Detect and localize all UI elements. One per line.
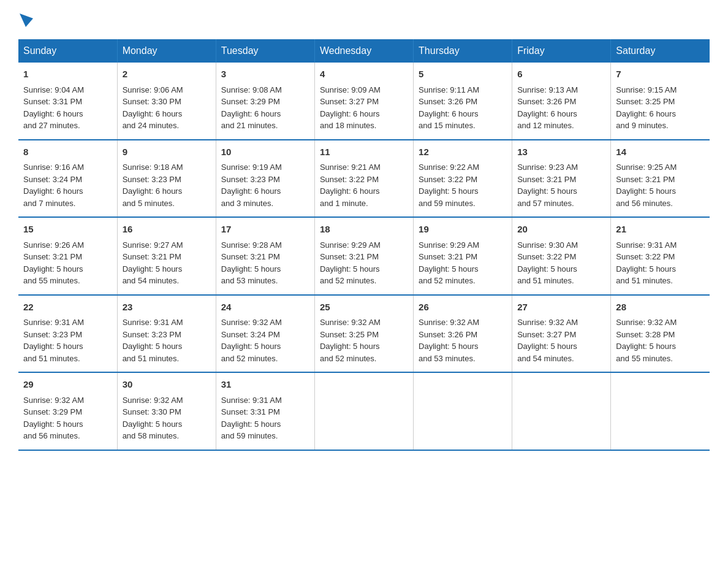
day-number: 1 <box>23 67 112 82</box>
day-number: 25 <box>320 301 408 315</box>
calendar-cell: 6Sunrise: 9:13 AM Sunset: 3:26 PM Daylig… <box>512 63 611 140</box>
day-number: 4 <box>320 67 408 82</box>
calendar-cell: 16Sunrise: 9:27 AM Sunset: 3:21 PM Dayli… <box>117 217 216 295</box>
day-number: 30 <box>123 378 211 392</box>
calendar-cell: 15Sunrise: 9:26 AM Sunset: 3:21 PM Dayli… <box>18 217 117 295</box>
day-number: 11 <box>320 145 408 159</box>
calendar-cell: 27Sunrise: 9:32 AM Sunset: 3:27 PM Dayli… <box>512 295 611 373</box>
calendar-cell: 29Sunrise: 9:32 AM Sunset: 3:29 PM Dayli… <box>18 372 117 450</box>
day-number: 24 <box>221 301 309 315</box>
day-number: 3 <box>221 67 309 82</box>
day-number: 6 <box>517 67 605 82</box>
day-number: 17 <box>221 223 309 237</box>
calendar-week-row: 1Sunrise: 9:04 AM Sunset: 3:31 PM Daylig… <box>18 63 710 140</box>
calendar-cell: 23Sunrise: 9:31 AM Sunset: 3:23 PM Dayli… <box>117 295 216 373</box>
day-info: Sunrise: 9:32 AM Sunset: 3:29 PM Dayligh… <box>23 394 112 442</box>
page-header <box>18 12 710 27</box>
svg-marker-0 <box>20 13 33 27</box>
calendar-cell: 1Sunrise: 9:04 AM Sunset: 3:31 PM Daylig… <box>18 63 117 140</box>
day-info: Sunrise: 9:32 AM Sunset: 3:24 PM Dayligh… <box>221 316 309 364</box>
day-number: 15 <box>23 223 112 237</box>
day-info: Sunrise: 9:30 AM Sunset: 3:22 PM Dayligh… <box>517 239 605 287</box>
calendar-cell: 14Sunrise: 9:25 AM Sunset: 3:21 PM Dayli… <box>611 140 710 218</box>
calendar-cell: 21Sunrise: 9:31 AM Sunset: 3:22 PM Dayli… <box>611 217 710 295</box>
day-number: 28 <box>616 301 705 315</box>
calendar-cell: 31Sunrise: 9:31 AM Sunset: 3:31 PM Dayli… <box>216 372 314 450</box>
day-info: Sunrise: 9:31 AM Sunset: 3:23 PM Dayligh… <box>123 316 211 364</box>
day-info: Sunrise: 9:06 AM Sunset: 3:30 PM Dayligh… <box>123 84 211 132</box>
day-info: Sunrise: 9:29 AM Sunset: 3:21 PM Dayligh… <box>419 239 507 287</box>
day-info: Sunrise: 9:13 AM Sunset: 3:26 PM Dayligh… <box>517 84 605 132</box>
calendar-cell <box>414 372 512 450</box>
day-number: 20 <box>517 223 605 237</box>
day-number: 2 <box>123 67 211 82</box>
calendar-cell: 8Sunrise: 9:16 AM Sunset: 3:24 PM Daylig… <box>18 140 117 218</box>
day-info: Sunrise: 9:25 AM Sunset: 3:21 PM Dayligh… <box>616 161 705 209</box>
day-info: Sunrise: 9:18 AM Sunset: 3:23 PM Dayligh… <box>123 161 211 209</box>
day-info: Sunrise: 9:23 AM Sunset: 3:21 PM Dayligh… <box>517 161 605 209</box>
day-number: 18 <box>320 223 408 237</box>
day-number: 29 <box>23 378 112 392</box>
day-number: 12 <box>419 145 507 159</box>
day-info: Sunrise: 9:19 AM Sunset: 3:23 PM Dayligh… <box>221 161 309 209</box>
day-number: 5 <box>419 67 507 82</box>
day-info: Sunrise: 9:08 AM Sunset: 3:29 PM Dayligh… <box>221 84 309 132</box>
day-number: 19 <box>419 223 507 237</box>
day-info: Sunrise: 9:27 AM Sunset: 3:21 PM Dayligh… <box>123 239 211 287</box>
day-number: 21 <box>616 223 705 237</box>
day-number: 13 <box>517 145 605 159</box>
day-number: 9 <box>123 145 211 159</box>
day-info: Sunrise: 9:29 AM Sunset: 3:21 PM Dayligh… <box>320 239 408 287</box>
header-thursday: Thursday <box>414 39 512 63</box>
calendar-cell <box>512 372 611 450</box>
header-wednesday: Wednesday <box>314 39 413 63</box>
calendar-cell: 3Sunrise: 9:08 AM Sunset: 3:29 PM Daylig… <box>216 63 314 140</box>
calendar-cell: 22Sunrise: 9:31 AM Sunset: 3:23 PM Dayli… <box>18 295 117 373</box>
calendar-week-row: 29Sunrise: 9:32 AM Sunset: 3:29 PM Dayli… <box>18 372 710 450</box>
day-number: 22 <box>23 301 112 315</box>
day-info: Sunrise: 9:32 AM Sunset: 3:26 PM Dayligh… <box>419 316 507 364</box>
calendar-cell: 11Sunrise: 9:21 AM Sunset: 3:22 PM Dayli… <box>314 140 413 218</box>
header-saturday: Saturday <box>611 39 710 63</box>
calendar-cell: 7Sunrise: 9:15 AM Sunset: 3:25 PM Daylig… <box>611 63 710 140</box>
day-number: 31 <box>221 378 309 392</box>
calendar-header-row: SundayMondayTuesdayWednesdayThursdayFrid… <box>18 39 710 63</box>
day-info: Sunrise: 9:31 AM Sunset: 3:23 PM Dayligh… <box>23 316 112 364</box>
calendar-cell: 28Sunrise: 9:32 AM Sunset: 3:28 PM Dayli… <box>611 295 710 373</box>
logo-icon <box>20 13 33 27</box>
header-sunday: Sunday <box>18 39 117 63</box>
day-info: Sunrise: 9:32 AM Sunset: 3:25 PM Dayligh… <box>320 316 408 364</box>
day-info: Sunrise: 9:16 AM Sunset: 3:24 PM Dayligh… <box>23 161 112 209</box>
calendar-cell: 10Sunrise: 9:19 AM Sunset: 3:23 PM Dayli… <box>216 140 314 218</box>
calendar-cell: 30Sunrise: 9:32 AM Sunset: 3:30 PM Dayli… <box>117 372 216 450</box>
day-number: 27 <box>517 301 605 315</box>
calendar-cell: 19Sunrise: 9:29 AM Sunset: 3:21 PM Dayli… <box>414 217 512 295</box>
day-number: 8 <box>23 145 112 159</box>
day-info: Sunrise: 9:28 AM Sunset: 3:21 PM Dayligh… <box>221 239 309 287</box>
day-number: 26 <box>419 301 507 315</box>
day-number: 14 <box>616 145 705 159</box>
day-info: Sunrise: 9:09 AM Sunset: 3:27 PM Dayligh… <box>320 84 408 132</box>
day-info: Sunrise: 9:21 AM Sunset: 3:22 PM Dayligh… <box>320 161 408 209</box>
calendar-week-row: 15Sunrise: 9:26 AM Sunset: 3:21 PM Dayli… <box>18 217 710 295</box>
day-info: Sunrise: 9:31 AM Sunset: 3:22 PM Dayligh… <box>616 239 705 287</box>
calendar-table: SundayMondayTuesdayWednesdayThursdayFrid… <box>18 39 710 451</box>
calendar-week-row: 22Sunrise: 9:31 AM Sunset: 3:23 PM Dayli… <box>18 295 710 373</box>
calendar-cell: 24Sunrise: 9:32 AM Sunset: 3:24 PM Dayli… <box>216 295 314 373</box>
day-number: 10 <box>221 145 309 159</box>
calendar-cell: 26Sunrise: 9:32 AM Sunset: 3:26 PM Dayli… <box>414 295 512 373</box>
day-info: Sunrise: 9:32 AM Sunset: 3:27 PM Dayligh… <box>517 316 605 364</box>
calendar-week-row: 8Sunrise: 9:16 AM Sunset: 3:24 PM Daylig… <box>18 140 710 218</box>
calendar-cell: 9Sunrise: 9:18 AM Sunset: 3:23 PM Daylig… <box>117 140 216 218</box>
day-info: Sunrise: 9:22 AM Sunset: 3:22 PM Dayligh… <box>419 161 507 209</box>
calendar-cell <box>314 372 413 450</box>
day-number: 7 <box>616 67 705 82</box>
header-monday: Monday <box>117 39 216 63</box>
day-info: Sunrise: 9:15 AM Sunset: 3:25 PM Dayligh… <box>616 84 705 132</box>
day-info: Sunrise: 9:32 AM Sunset: 3:30 PM Dayligh… <box>123 394 211 442</box>
calendar-cell: 18Sunrise: 9:29 AM Sunset: 3:21 PM Dayli… <box>314 217 413 295</box>
day-info: Sunrise: 9:32 AM Sunset: 3:28 PM Dayligh… <box>616 316 705 364</box>
calendar-cell: 12Sunrise: 9:22 AM Sunset: 3:22 PM Dayli… <box>414 140 512 218</box>
header-friday: Friday <box>512 39 611 63</box>
day-info: Sunrise: 9:31 AM Sunset: 3:31 PM Dayligh… <box>221 394 309 442</box>
